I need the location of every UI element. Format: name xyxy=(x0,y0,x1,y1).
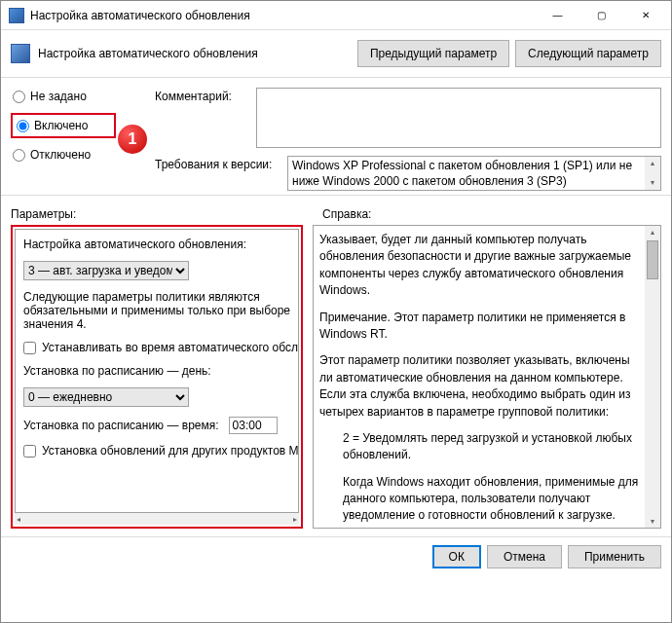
footer: ОК Отмена Применить xyxy=(1,536,671,576)
comment-label: Комментарий: xyxy=(155,88,248,103)
config-label: Настройка автоматического обновления: xyxy=(23,238,296,251)
cancel-button[interactable]: Отмена xyxy=(487,545,562,568)
help-p1: Указывает, будет ли данный компьютер пол… xyxy=(319,232,643,300)
radio-not-configured-input[interactable] xyxy=(13,91,25,103)
comment-row: Комментарий: xyxy=(155,88,661,148)
top-section: Не задано Включено Отключено 1 Комментар… xyxy=(1,82,671,195)
header-row: Настройка автоматического обновления Пре… xyxy=(1,30,671,77)
time-label: Установка по расписанию — время: xyxy=(23,419,219,432)
config-select[interactable]: 3 — авт. загрузка и уведом. об устан xyxy=(23,261,189,280)
radio-disabled-input[interactable] xyxy=(13,149,25,162)
mid-labels: Параметры: Справка: xyxy=(1,200,671,225)
radio-not-configured[interactable]: Не задано xyxy=(11,88,116,105)
params-inner: Настройка автоматического обновления: 3 … xyxy=(15,229,299,513)
help-p4: 2 = Уведомлять перед загрузкой и установ… xyxy=(319,430,643,464)
requirements-label: Требования к версии: xyxy=(155,156,280,171)
help-p5: Когда Windows находит обновления, примен… xyxy=(319,474,643,522)
apply-button[interactable]: Применить xyxy=(568,545,661,568)
radio-disabled-label: Отключено xyxy=(30,148,91,162)
separator xyxy=(1,195,671,196)
maintenance-checkbox-row[interactable]: Устанавливать во время автоматического о… xyxy=(23,341,296,354)
maintenance-checkbox-label: Устанавливать во время автоматического о… xyxy=(42,341,299,354)
params-hscrollbar[interactable]: ◂ ▸ xyxy=(15,513,299,525)
scroll-up-icon[interactable]: ▴ xyxy=(651,228,654,237)
app-icon xyxy=(9,8,24,23)
other-products-checkbox-row[interactable]: Установка обновлений для других продукто… xyxy=(23,444,296,458)
requirements-text: Windows XP Professional с пакетом обновл… xyxy=(292,159,632,188)
params-panel: Настройка автоматического обновления: 3 … xyxy=(11,225,303,529)
minimize-button[interactable]: — xyxy=(536,2,579,29)
day-label: Установка по расписанию — день: xyxy=(23,364,296,378)
requirements-row: Требования к версии: Windows XP Professi… xyxy=(155,156,661,191)
maximize-button[interactable]: ▢ xyxy=(579,2,623,29)
titlebar: Настройка автоматического обновления — ▢… xyxy=(1,1,671,30)
annotation-badge-1: 1 xyxy=(118,125,147,154)
radio-not-configured-label: Не задано xyxy=(30,90,87,103)
help-scrollbar[interactable]: ▴ ▾ xyxy=(645,226,660,528)
header-title: Настройка автоматического обновления xyxy=(38,47,352,60)
window-title: Настройка автоматического обновления xyxy=(30,9,536,22)
other-products-checkbox-label: Установка обновлений для других продукто… xyxy=(42,444,299,458)
prev-setting-button[interactable]: Предыдущий параметр xyxy=(357,40,509,67)
ok-button[interactable]: ОК xyxy=(432,545,481,568)
scroll-right-icon[interactable]: ▸ xyxy=(293,515,297,524)
badge-column: 1 xyxy=(116,88,149,191)
requirements-box: Windows XP Professional с пакетом обновл… xyxy=(287,156,661,191)
radio-disabled[interactable]: Отключено xyxy=(11,146,116,164)
scroll-up-icon[interactable]: ▴ xyxy=(651,159,654,168)
params-section-label: Параметры: xyxy=(11,207,322,221)
help-panel: Указывает, будет ли данный компьютер пол… xyxy=(313,225,661,529)
day-select[interactable]: 0 — ежедневно xyxy=(23,387,189,407)
state-radio-group: Не задано Включено Отключено xyxy=(11,88,116,191)
policy-note: Следующие параметры политики являются об… xyxy=(23,290,296,331)
requirements-scrollbar[interactable]: ▴ ▾ xyxy=(645,157,660,190)
time-row: Установка по расписанию — время: xyxy=(23,417,296,434)
policy-icon xyxy=(11,44,30,63)
other-products-checkbox[interactable] xyxy=(23,445,36,458)
scroll-down-icon[interactable]: ▾ xyxy=(651,517,654,526)
time-input[interactable] xyxy=(229,417,278,434)
comment-column: Комментарий: Требования к версии: Window… xyxy=(155,88,661,191)
help-p3: Этот параметр политики позволяет указыва… xyxy=(319,352,643,421)
scroll-down-icon[interactable]: ▾ xyxy=(651,178,654,188)
separator xyxy=(1,77,671,78)
close-button[interactable]: ✕ xyxy=(623,2,667,29)
comment-textarea[interactable] xyxy=(256,88,661,148)
radio-enabled[interactable]: Включено xyxy=(11,113,116,138)
scroll-thumb[interactable] xyxy=(647,240,658,279)
maintenance-checkbox[interactable] xyxy=(23,342,36,354)
help-text: Указывает, будет ли данный компьютер пол… xyxy=(319,232,643,522)
scroll-left-icon[interactable]: ◂ xyxy=(17,515,20,524)
help-section-label: Справка: xyxy=(322,207,661,221)
mid-section: Настройка автоматического обновления: 3 … xyxy=(1,225,671,536)
help-p2: Примечание. Этот параметр политики не пр… xyxy=(319,310,643,344)
radio-enabled-input[interactable] xyxy=(17,120,29,132)
next-setting-button[interactable]: Следующий параметр xyxy=(515,40,661,67)
radio-enabled-label: Включено xyxy=(34,119,88,132)
